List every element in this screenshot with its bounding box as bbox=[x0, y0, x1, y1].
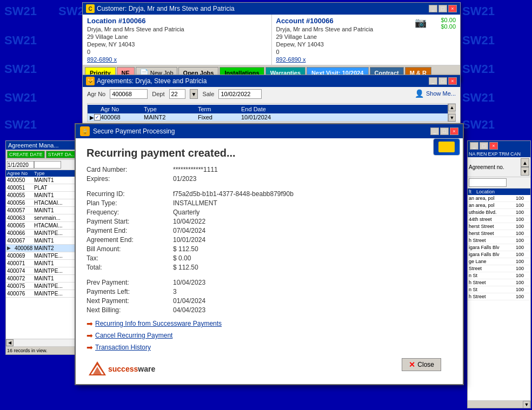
row-checkbox[interactable]: ✓ bbox=[94, 114, 101, 120]
close-button[interactable]: × bbox=[448, 5, 457, 12]
dept-input[interactable] bbox=[169, 89, 185, 99]
agr-no-nav[interactable]: ▲ ▼ bbox=[521, 158, 529, 176]
right-panel-titlebar: _ □ × bbox=[468, 141, 530, 151]
rp-list-item[interactable]: an area, pol100 bbox=[468, 195, 530, 202]
maximize-button[interactable]: □ bbox=[438, 5, 447, 12]
payment-close-btn[interactable]: ✕ Close bbox=[402, 358, 441, 371]
rp-scroll-down[interactable]: ▼ bbox=[523, 401, 530, 408]
list-item[interactable]: 400071MAINT1 bbox=[6, 260, 83, 267]
payment-close-button[interactable]: × bbox=[450, 127, 458, 135]
date-to-input[interactable] bbox=[34, 161, 61, 169]
agreement-end-label: Agreement End: bbox=[87, 236, 173, 244]
list-item[interactable]: 400066MAINTPE... bbox=[6, 230, 83, 237]
transaction-history-link[interactable]: Transaction History bbox=[95, 344, 151, 351]
rp-list-item[interactable]: herst Street100 bbox=[468, 230, 530, 237]
nav-up-button[interactable]: ▲ bbox=[521, 158, 529, 167]
show-me-button[interactable]: Show Me... bbox=[426, 90, 456, 97]
nav-down-button[interactable]: ▼ bbox=[521, 167, 529, 176]
account-phone-link[interactable]: 892-6890 x bbox=[276, 56, 306, 63]
agr-minimize-button[interactable]: _ bbox=[429, 77, 437, 85]
dept-spin-button[interactable]: ▼ bbox=[190, 89, 198, 99]
rp-minimize[interactable]: _ bbox=[470, 142, 478, 150]
list-item[interactable]: 400065HTACMAI... bbox=[6, 222, 83, 230]
list-item[interactable]: 400072MAINT1 bbox=[6, 275, 83, 283]
rp-list-item[interactable]: igara Falls Blv100 bbox=[468, 251, 530, 258]
expires-value: 01/2023 bbox=[173, 175, 452, 183]
rp-list-item[interactable]: an area, pol100 bbox=[468, 202, 530, 209]
agr-close-button[interactable]: × bbox=[448, 77, 457, 85]
account-title: Account #100066 bbox=[276, 17, 456, 25]
rp-list-item[interactable]: h Street100 bbox=[468, 279, 530, 286]
agr-row-agr-no: 400068 bbox=[101, 114, 144, 120]
agreement-manager-window: Agreement Mana... CREATE DATE START DA..… bbox=[5, 140, 84, 355]
payment-minimize-button[interactable]: _ bbox=[430, 127, 439, 135]
agr-table-scrollbar[interactable]: ▲ ▼ bbox=[448, 104, 455, 122]
rp-tab-trm: TRM bbox=[499, 151, 510, 157]
recurring-info-link[interactable]: Recurring Info from Successware Payments bbox=[95, 320, 222, 327]
agr-header-type: Type bbox=[144, 106, 198, 112]
records-count: 16 records in view. bbox=[7, 348, 48, 353]
customer-titlebar: C Customer: Dryja, Mr and Mrs Steve and … bbox=[83, 3, 460, 15]
scroll-left-button[interactable]: ◀ bbox=[6, 339, 14, 346]
agr-no-field[interactable] bbox=[469, 178, 507, 187]
account-panel: $0.00 $0.00 📷 Account #100066 Dryja, Mr … bbox=[272, 15, 461, 65]
sale-date-input[interactable] bbox=[218, 89, 262, 99]
location-name: Dryja, Mr and Mrs Steve and Patricia bbox=[87, 26, 267, 32]
rp-scrollbar[interactable]: ▼ bbox=[468, 400, 530, 408]
total-label: Total: bbox=[87, 264, 173, 271]
rp-list-item[interactable]: igara Falls Blv100 bbox=[468, 244, 530, 251]
list-item-current[interactable]: ▶400068MAINT2 bbox=[6, 245, 83, 252]
list-item[interactable]: 400069MAINTPE... bbox=[6, 252, 83, 260]
agr-table-row[interactable]: ▶ ✓ 400068 MAINT2 Fixed 10/01/2024 bbox=[88, 113, 448, 122]
agr-window-controls[interactable]: _ □ × bbox=[429, 77, 457, 85]
recurring-id-value: f75a2d5b-b1b1-4377-8448-beabb879f90b bbox=[173, 190, 452, 198]
window-controls[interactable]: _ □ × bbox=[429, 5, 457, 12]
agr-maximize-button[interactable]: □ bbox=[438, 77, 447, 85]
location-title: Location #100066 bbox=[87, 17, 267, 25]
location-number: 0 bbox=[87, 49, 267, 55]
list-item[interactable]: 400050MAINT1 bbox=[6, 177, 83, 184]
scroll-down-button[interactable]: ▼ bbox=[448, 114, 456, 122]
rp-list-item[interactable]: h Street100 bbox=[468, 237, 530, 244]
list-item[interactable]: 400076MAINTPE... bbox=[6, 290, 83, 298]
rp-list-item[interactable]: ge Lane100 bbox=[468, 258, 530, 265]
watermark: SW21 bbox=[4, 118, 37, 132]
list-item[interactable]: 400055MAINT1 bbox=[6, 192, 83, 199]
agr-no-input[interactable] bbox=[110, 89, 148, 99]
list-item[interactable]: 400057MAINT1 bbox=[6, 207, 83, 214]
close-button-label: Close bbox=[417, 361, 434, 368]
agr-header-end-date: End Date bbox=[241, 106, 295, 112]
scroll-up-button[interactable]: ▲ bbox=[448, 104, 456, 111]
watermark: SW21 bbox=[4, 62, 37, 76]
rp-list-item[interactable]: uthside Blvd.100 bbox=[468, 209, 530, 216]
watermark: SW21 bbox=[462, 4, 495, 18]
rp-list-item[interactable]: n St100 bbox=[468, 272, 530, 279]
list-item[interactable]: 400051PLAT bbox=[6, 184, 83, 192]
minimize-button[interactable]: _ bbox=[429, 5, 437, 12]
list-item[interactable]: 400056HTACMAI... bbox=[6, 199, 83, 207]
watermark: SW21 bbox=[462, 33, 495, 48]
rp-list-item[interactable]: 44th street100 bbox=[468, 216, 530, 223]
payment-window-controls[interactable]: _ □ × bbox=[430, 127, 458, 135]
rp-list-item[interactable]: Street100 bbox=[468, 265, 530, 272]
payments-left-value: 3 bbox=[173, 288, 452, 295]
date-from-input[interactable] bbox=[7, 161, 34, 169]
rp-list-item[interactable]: n St100 bbox=[468, 286, 530, 293]
agreement-no-section: Agreement no. ▲ ▼ bbox=[468, 157, 530, 177]
create-date-button[interactable]: CREATE DATE bbox=[7, 151, 45, 158]
rp-list-item[interactable]: h Street100 bbox=[468, 293, 530, 300]
rp-maximize[interactable]: □ bbox=[480, 142, 488, 150]
start-date-button[interactable]: START DA... bbox=[46, 151, 78, 158]
list-item[interactable]: 400075MAINTPE... bbox=[6, 283, 83, 290]
list-item[interactable]: 400063servmain... bbox=[6, 214, 83, 222]
location-phone-link[interactable]: 892-6890 x bbox=[87, 56, 117, 63]
list-item[interactable]: 400074MAINTPE... bbox=[6, 267, 83, 275]
rp-list-item[interactable]: herst Street100 bbox=[468, 223, 530, 230]
agr-row-type: MAINT2 bbox=[144, 114, 198, 120]
cancel-recurring-link[interactable]: Cancel Recurring Payment bbox=[95, 332, 172, 339]
rp-close[interactable]: × bbox=[489, 142, 498, 150]
horizontal-scroll[interactable]: ◀ ▶ bbox=[6, 339, 83, 346]
agr-no-label: Agr No bbox=[87, 91, 105, 97]
payment-maximize-button[interactable]: □ bbox=[440, 127, 449, 135]
list-item[interactable]: 400067MAINT1 bbox=[6, 237, 83, 245]
